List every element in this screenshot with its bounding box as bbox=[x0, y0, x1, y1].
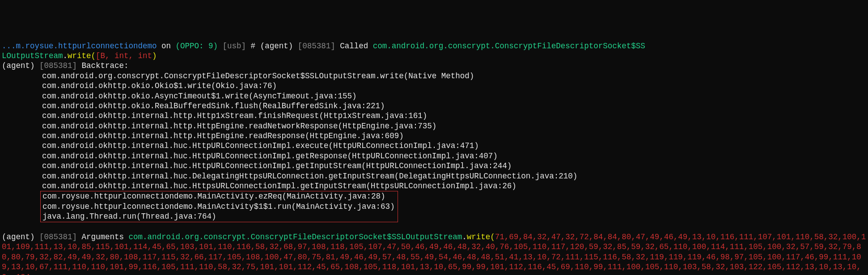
stack-frame: com.android.okhttp.internal.huc.HttpURLC… bbox=[2, 161, 866, 171]
called-class-1: com.android.org.conscrypt.ConscryptFileD… bbox=[373, 42, 645, 51]
usb-label: [usb] bbox=[218, 42, 246, 51]
method-args: [B, int, int bbox=[96, 51, 152, 60]
stack-frame: com.roysue.httpurlconnectiondemo.MainAct… bbox=[42, 202, 395, 211]
pid-label: [085381] bbox=[39, 233, 77, 241]
hash-prompt: # bbox=[246, 42, 260, 51]
agent-label: (agent) bbox=[260, 42, 298, 51]
stack-frame: com.android.okhttp.okio.RealBufferedSink… bbox=[2, 101, 866, 111]
dot: . bbox=[63, 51, 68, 60]
paren-close: ) bbox=[152, 51, 157, 60]
called-label: Called bbox=[335, 42, 373, 51]
stack-frame: com.android.okhttp.okio.Okio$1.write(Oki… bbox=[2, 81, 866, 91]
pid-label: [085381] bbox=[298, 42, 335, 51]
stack-frame: com.android.okhttp.internal.http.HttpEng… bbox=[2, 121, 866, 131]
agent-label: (agent) bbox=[2, 233, 39, 241]
called-class-2: LOutputStream bbox=[2, 51, 63, 60]
stack-frame: com.roysue.httpurlconnectiondemo.MainAct… bbox=[42, 192, 385, 201]
stack-frame: com.android.okhttp.internal.huc.HttpURLC… bbox=[2, 151, 866, 161]
agent-label: (agent) bbox=[2, 61, 39, 70]
paren-open: ( bbox=[91, 51, 96, 60]
package-name: ...m.roysue.httpurlconnectiondemo bbox=[2, 42, 157, 51]
dot: . bbox=[462, 233, 467, 241]
stack-frame: java.lang.Thread.run(Thread.java:764) bbox=[42, 212, 216, 221]
terminal-output[interactable]: ...m.roysue.httpurlconnectiondemo on (OP… bbox=[2, 41, 866, 275]
backtrace-header: (agent) [085381] Backtrace: bbox=[2, 61, 129, 70]
stack-frame: com.android.okhttp.okio.AsyncTimeout$1.w… bbox=[2, 91, 866, 101]
stack-frame: com.android.okhttp.internal.huc.Delegati… bbox=[2, 171, 866, 181]
stack-frame: com.android.org.conscrypt.ConscryptFileD… bbox=[2, 71, 866, 81]
paren-open: ( bbox=[490, 233, 495, 241]
args-class: com.android.org.conscrypt.ConscryptFileD… bbox=[129, 233, 462, 241]
stack-frame: com.android.okhttp.internal.huc.HttpURLC… bbox=[2, 141, 866, 151]
method-name: write bbox=[68, 51, 91, 60]
device-name: (OPPO: 9) bbox=[176, 42, 218, 51]
backtrace-label: Backtrace: bbox=[77, 61, 129, 70]
arguments-line: (agent) [085381] Arguments com.android.o… bbox=[2, 233, 866, 275]
on-text: on bbox=[157, 42, 176, 51]
args-method: write bbox=[467, 233, 491, 241]
arguments-label: Arguments bbox=[77, 233, 129, 241]
stack-frame: com.android.okhttp.internal.http.HttpEng… bbox=[2, 131, 866, 141]
pid-label: [085381] bbox=[39, 61, 77, 70]
highlighted-frames: com.roysue.httpurlconnectiondemo.MainAct… bbox=[40, 191, 398, 222]
stack-frame: com.android.okhttp.internal.http.Http1xS… bbox=[2, 111, 866, 121]
prompt-line: ...m.roysue.httpurlconnectiondemo on (OP… bbox=[2, 42, 645, 60]
stack-frame: com.android.okhttp.internal.huc.HttpsURL… bbox=[2, 181, 866, 191]
